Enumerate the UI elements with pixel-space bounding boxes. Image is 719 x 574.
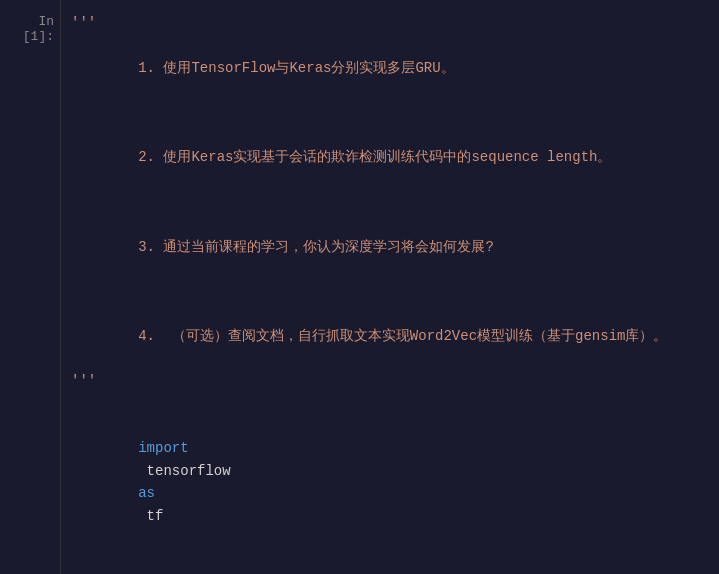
cell-1-content[interactable]: ''' 1. 使用TensorFlow与Keras分别实现多层GRU。 2. 使… bbox=[60, 0, 719, 574]
line-from-keras-layers: from keras import layers bbox=[71, 549, 709, 574]
line-blank-3 bbox=[71, 281, 709, 303]
cell-1-label: In [1]: bbox=[0, 0, 60, 574]
line-blank-1 bbox=[71, 102, 709, 124]
line-import-tf: import tensorflow as tf bbox=[71, 415, 709, 549]
notebook: In [1]: ''' 1. 使用TensorFlow与Keras分别实现多层G… bbox=[0, 0, 719, 574]
line-item-2: 2. 使用Keras实现基于会话的欺诈检测训练代码中的sequence leng… bbox=[71, 124, 709, 191]
line-item-3: 3. 通过当前课程的学习，你认为深度学习将会如何发展? bbox=[71, 214, 709, 281]
line-triple-quote-close: ''' bbox=[71, 370, 709, 392]
line-blank-2 bbox=[71, 191, 709, 213]
line-item-1: 1. 使用TensorFlow与Keras分别实现多层GRU。 bbox=[71, 34, 709, 101]
line-triple-quote-open: ''' bbox=[71, 12, 709, 34]
cell-1: In [1]: ''' 1. 使用TensorFlow与Keras分别实现多层G… bbox=[0, 0, 719, 574]
line-blank-4 bbox=[71, 393, 709, 415]
line-item-4: 4. （可选）查阅文档，自行抓取文本实现Word2Vec模型训练（基于gensi… bbox=[71, 303, 709, 370]
